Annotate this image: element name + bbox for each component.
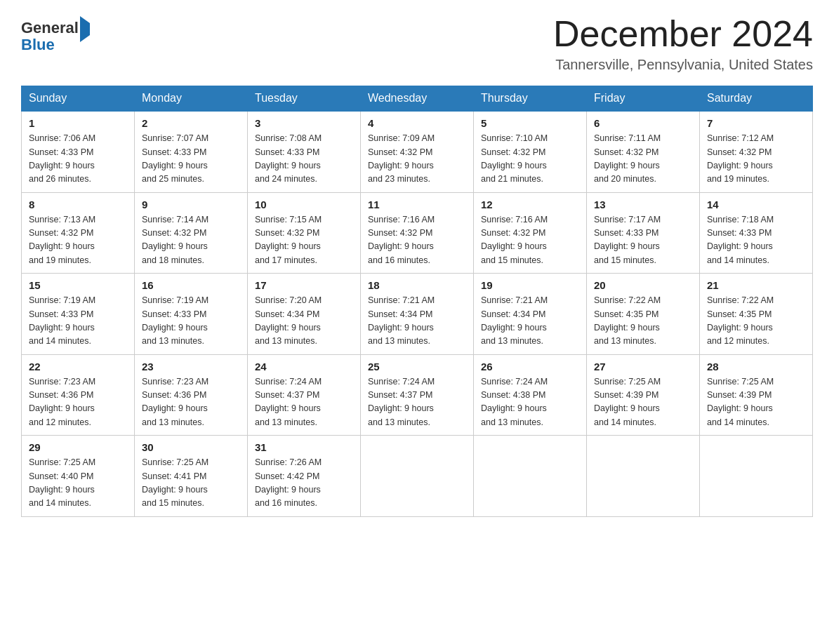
day-info: Sunrise: 7:22 AMSunset: 4:35 PMDaylight:… xyxy=(707,295,774,346)
day-info: Sunrise: 7:26 AMSunset: 4:42 PMDaylight:… xyxy=(255,457,322,508)
day-info: Sunrise: 7:10 AMSunset: 4:32 PMDaylight:… xyxy=(481,133,548,184)
day-info: Sunrise: 7:25 AMSunset: 4:39 PMDaylight:… xyxy=(707,377,774,427)
day-info: Sunrise: 7:07 AMSunset: 4:33 PMDaylight:… xyxy=(142,133,208,184)
page-header: General Blue December 2024 Tannersville,… xyxy=(21,14,813,73)
day-info: Sunrise: 7:09 AMSunset: 4:32 PMDaylight:… xyxy=(368,133,435,184)
day-number: 9 xyxy=(142,199,240,210)
day-cell: 5 Sunrise: 7:10 AMSunset: 4:32 PMDayligh… xyxy=(474,111,587,192)
week-row-3: 15 Sunrise: 7:19 AMSunset: 4:33 PMDaylig… xyxy=(22,274,813,355)
day-cell: 26 Sunrise: 7:24 AMSunset: 4:38 PMDaylig… xyxy=(474,354,587,436)
day-info: Sunrise: 7:11 AMSunset: 4:32 PMDaylight:… xyxy=(594,133,661,184)
day-info: Sunrise: 7:19 AMSunset: 4:33 PMDaylight:… xyxy=(29,295,95,346)
day-cell: 24 Sunrise: 7:24 AMSunset: 4:37 PMDaylig… xyxy=(248,354,361,436)
day-cell: 2 Sunrise: 7:07 AMSunset: 4:33 PMDayligh… xyxy=(135,111,248,192)
week-row-4: 22 Sunrise: 7:23 AMSunset: 4:36 PMDaylig… xyxy=(22,354,813,436)
location-title: Tannersville, Pennsylvania, United State… xyxy=(553,57,813,73)
day-info: Sunrise: 7:25 AMSunset: 4:39 PMDaylight:… xyxy=(594,377,661,427)
day-info: Sunrise: 7:12 AMSunset: 4:32 PMDaylight:… xyxy=(707,133,774,184)
header-cell-sunday: Sunday xyxy=(22,86,135,112)
day-info: Sunrise: 7:13 AMSunset: 4:32 PMDaylight:… xyxy=(29,215,95,265)
day-number: 21 xyxy=(707,279,805,291)
day-number: 2 xyxy=(142,117,240,129)
day-cell: 14 Sunrise: 7:18 AMSunset: 4:33 PMDaylig… xyxy=(700,192,813,274)
day-cell: 20 Sunrise: 7:22 AMSunset: 4:35 PMDaylig… xyxy=(587,274,700,355)
day-number: 13 xyxy=(594,199,692,210)
day-number: 29 xyxy=(29,441,127,453)
day-info: Sunrise: 7:06 AMSunset: 4:33 PMDaylight:… xyxy=(29,133,95,184)
day-number: 17 xyxy=(255,279,353,291)
day-cell: 21 Sunrise: 7:22 AMSunset: 4:35 PMDaylig… xyxy=(700,274,813,355)
day-info: Sunrise: 7:08 AMSunset: 4:33 PMDaylight:… xyxy=(255,133,322,184)
logo-general-text: General xyxy=(21,19,79,36)
header-cell-monday: Monday xyxy=(135,86,248,112)
day-number: 18 xyxy=(368,279,466,291)
header-cell-saturday: Saturday xyxy=(700,86,813,112)
header-cell-wednesday: Wednesday xyxy=(361,86,474,112)
day-cell: 3 Sunrise: 7:08 AMSunset: 4:33 PMDayligh… xyxy=(248,111,361,192)
week-row-2: 8 Sunrise: 7:13 AMSunset: 4:32 PMDayligh… xyxy=(22,192,813,274)
day-cell: 17 Sunrise: 7:20 AMSunset: 4:34 PMDaylig… xyxy=(248,274,361,355)
day-number: 19 xyxy=(481,279,579,291)
header-row: SundayMondayTuesdayWednesdayThursdayFrid… xyxy=(22,86,813,112)
logo-blue-text: Blue xyxy=(21,36,55,53)
day-cell: 18 Sunrise: 7:21 AMSunset: 4:34 PMDaylig… xyxy=(361,274,474,355)
logo-arrow-icon xyxy=(80,16,90,42)
day-number: 28 xyxy=(707,361,805,373)
day-number: 25 xyxy=(368,361,466,373)
day-number: 31 xyxy=(255,441,353,453)
day-info: Sunrise: 7:17 AMSunset: 4:33 PMDaylight:… xyxy=(594,215,661,265)
day-number: 11 xyxy=(368,199,466,210)
day-number: 10 xyxy=(255,199,353,210)
day-info: Sunrise: 7:21 AMSunset: 4:34 PMDaylight:… xyxy=(368,295,435,346)
day-number: 5 xyxy=(481,117,579,129)
header-cell-friday: Friday xyxy=(587,86,700,112)
day-number: 12 xyxy=(481,199,579,210)
day-number: 8 xyxy=(29,199,127,210)
day-number: 22 xyxy=(29,361,127,373)
calendar-body: 1 Sunrise: 7:06 AMSunset: 4:33 PMDayligh… xyxy=(22,111,813,516)
month-title: December 2024 xyxy=(553,14,813,54)
day-cell xyxy=(700,436,813,517)
day-number: 4 xyxy=(368,117,466,129)
day-info: Sunrise: 7:23 AMSunset: 4:36 PMDaylight:… xyxy=(142,377,208,427)
day-cell: 23 Sunrise: 7:23 AMSunset: 4:36 PMDaylig… xyxy=(135,354,248,436)
day-cell: 10 Sunrise: 7:15 AMSunset: 4:32 PMDaylig… xyxy=(248,192,361,274)
day-info: Sunrise: 7:18 AMSunset: 4:33 PMDaylight:… xyxy=(707,215,774,265)
title-area: December 2024 Tannersville, Pennsylvania… xyxy=(553,14,813,73)
day-number: 30 xyxy=(142,441,240,453)
day-cell xyxy=(587,436,700,517)
day-info: Sunrise: 7:22 AMSunset: 4:35 PMDaylight:… xyxy=(594,295,661,346)
day-info: Sunrise: 7:21 AMSunset: 4:34 PMDaylight:… xyxy=(481,295,548,346)
day-cell: 13 Sunrise: 7:17 AMSunset: 4:33 PMDaylig… xyxy=(587,192,700,274)
day-number: 6 xyxy=(594,117,692,129)
day-number: 27 xyxy=(594,361,692,373)
day-cell: 22 Sunrise: 7:23 AMSunset: 4:36 PMDaylig… xyxy=(22,354,135,436)
day-cell: 1 Sunrise: 7:06 AMSunset: 4:33 PMDayligh… xyxy=(22,111,135,192)
calendar-header: SundayMondayTuesdayWednesdayThursdayFrid… xyxy=(22,86,813,112)
day-info: Sunrise: 7:19 AMSunset: 4:33 PMDaylight:… xyxy=(142,295,208,346)
day-info: Sunrise: 7:25 AMSunset: 4:40 PMDaylight:… xyxy=(29,457,95,508)
day-cell: 16 Sunrise: 7:19 AMSunset: 4:33 PMDaylig… xyxy=(135,274,248,355)
day-info: Sunrise: 7:16 AMSunset: 4:32 PMDaylight:… xyxy=(368,215,435,265)
day-number: 20 xyxy=(594,279,692,291)
day-number: 16 xyxy=(142,279,240,291)
day-cell: 30 Sunrise: 7:25 AMSunset: 4:41 PMDaylig… xyxy=(135,436,248,517)
logo: General Blue xyxy=(21,20,90,53)
day-cell: 29 Sunrise: 7:25 AMSunset: 4:40 PMDaylig… xyxy=(22,436,135,517)
day-cell: 12 Sunrise: 7:16 AMSunset: 4:32 PMDaylig… xyxy=(474,192,587,274)
calendar-table: SundayMondayTuesdayWednesdayThursdayFrid… xyxy=(21,86,813,517)
day-cell: 8 Sunrise: 7:13 AMSunset: 4:32 PMDayligh… xyxy=(22,192,135,274)
day-number: 14 xyxy=(707,199,805,210)
day-info: Sunrise: 7:23 AMSunset: 4:36 PMDaylight:… xyxy=(29,377,95,427)
day-number: 7 xyxy=(707,117,805,129)
day-info: Sunrise: 7:15 AMSunset: 4:32 PMDaylight:… xyxy=(255,215,322,265)
day-cell xyxy=(474,436,587,517)
day-cell: 7 Sunrise: 7:12 AMSunset: 4:32 PMDayligh… xyxy=(700,111,813,192)
day-info: Sunrise: 7:25 AMSunset: 4:41 PMDaylight:… xyxy=(142,457,208,508)
day-info: Sunrise: 7:24 AMSunset: 4:37 PMDaylight:… xyxy=(368,377,435,427)
day-number: 23 xyxy=(142,361,240,373)
day-cell: 4 Sunrise: 7:09 AMSunset: 4:32 PMDayligh… xyxy=(361,111,474,192)
day-cell: 25 Sunrise: 7:24 AMSunset: 4:37 PMDaylig… xyxy=(361,354,474,436)
week-row-1: 1 Sunrise: 7:06 AMSunset: 4:33 PMDayligh… xyxy=(22,111,813,192)
day-number: 26 xyxy=(481,361,579,373)
